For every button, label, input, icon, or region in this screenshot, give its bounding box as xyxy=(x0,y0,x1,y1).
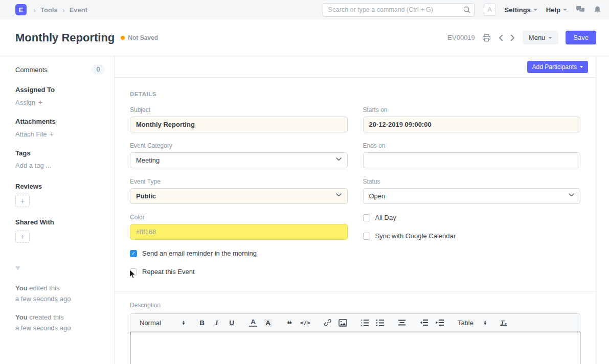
sidebar-item-comments[interactable]: Comments 0 xyxy=(15,64,105,75)
activity-edited: You edited this a few seconds ago xyxy=(15,283,105,305)
all-day-checkbox-row[interactable]: All Day xyxy=(363,214,581,221)
chevron-down-icon xyxy=(580,66,583,68)
comments-count-badge: 0 xyxy=(92,64,105,75)
color-input[interactable] xyxy=(130,224,348,240)
bell-icon[interactable] xyxy=(594,6,601,14)
ends-on-input[interactable] xyxy=(363,152,581,168)
chevron-right-icon: › xyxy=(62,6,65,14)
italic-button[interactable]: I xyxy=(213,318,221,327)
add-tag-button[interactable]: Add a tag ... xyxy=(15,162,105,169)
chevron-down-icon xyxy=(336,193,342,197)
plus-icon: + xyxy=(50,130,54,138)
field-event-type: Event Type Public xyxy=(130,178,348,204)
blockquote-button[interactable]: ❝ xyxy=(285,318,294,327)
attachments-title: Attachments xyxy=(15,118,105,125)
participants-bar: Add Participants xyxy=(115,56,596,78)
search-icon[interactable] xyxy=(463,6,471,14)
prev-doc-icon[interactable] xyxy=(498,34,503,41)
outdent-button[interactable] xyxy=(419,319,428,326)
header-actions: EV00019 Menu Save xyxy=(447,31,596,44)
bold-button[interactable]: B xyxy=(198,319,206,327)
text-style-picker[interactable]: Normal ▴▾ xyxy=(140,319,185,327)
field-event-category: Event Category Meeting xyxy=(130,142,348,168)
underline-button[interactable]: U xyxy=(228,319,236,327)
table-picker[interactable]: Table ▴▾ xyxy=(458,319,486,327)
not-saved-dot-icon xyxy=(121,36,125,40)
starts-on-input[interactable] xyxy=(363,117,581,132)
help-menu[interactable]: Help xyxy=(546,6,567,14)
user-avatar[interactable]: A xyxy=(484,4,496,16)
right-gutter xyxy=(596,56,609,364)
breadcrumb-event[interactable]: Event xyxy=(70,6,87,14)
clear-format-button[interactable]: Tₓ xyxy=(500,318,508,327)
status-select[interactable]: Open xyxy=(363,188,581,204)
checkbox-sync-google[interactable] xyxy=(363,233,370,240)
description-editor[interactable] xyxy=(130,332,580,364)
plus-icon: + xyxy=(20,233,25,241)
document-id: EV00019 xyxy=(447,34,475,41)
form-column-right: Starts on Ends on Status xyxy=(363,106,581,276)
search-input[interactable] xyxy=(323,3,475,17)
add-participants-button[interactable]: Add Participants xyxy=(527,61,588,73)
checkbox-repeat-event[interactable] xyxy=(130,268,137,276)
settings-menu[interactable]: Settings xyxy=(505,6,537,14)
page-header: Monthly Reporting Not Saved EV00019 Menu… xyxy=(0,19,609,56)
link-button[interactable] xyxy=(324,318,332,327)
checkbox-all-day[interactable] xyxy=(363,214,370,221)
navbar-right: A Settings Help xyxy=(484,4,601,16)
bullet-list-button[interactable] xyxy=(376,319,385,327)
plus-icon: + xyxy=(38,98,42,106)
sync-google-checkbox-row[interactable]: Sync with Google Calendar xyxy=(363,232,581,240)
event-category-select[interactable]: Meeting xyxy=(130,152,348,168)
add-review-button[interactable]: + xyxy=(15,195,30,207)
shared-with-title: Shared With xyxy=(15,218,105,226)
form-sidebar: Comments 0 Assigned To Assign + Attachme… xyxy=(0,56,114,364)
field-status: Status Open xyxy=(363,178,581,204)
chevron-right-icon: › xyxy=(33,6,36,14)
chevron-down-icon xyxy=(533,9,537,11)
next-doc-icon[interactable] xyxy=(510,34,515,41)
image-button[interactable] xyxy=(339,319,347,327)
updown-icon: ▴▾ xyxy=(183,320,185,325)
chevron-down-icon xyxy=(548,37,552,39)
field-starts-on: Starts on xyxy=(363,106,581,132)
status-badge: Not Saved xyxy=(121,34,158,41)
global-search xyxy=(323,3,475,17)
attach-file-button[interactable]: Attach File + xyxy=(15,130,105,138)
checkbox-email-reminder[interactable] xyxy=(130,250,137,257)
form-main: Add Participants DETAILS Subject Event C… xyxy=(114,56,596,364)
text-color-button[interactable]: A xyxy=(249,318,257,327)
form-column-left: Subject Event Category Meeting xyxy=(130,106,348,276)
field-color: Color xyxy=(130,214,348,240)
plus-icon: + xyxy=(20,197,25,205)
chevron-down-icon xyxy=(569,193,574,197)
menu-button[interactable]: Menu xyxy=(523,31,559,44)
section-title: DETAILS xyxy=(130,91,580,97)
subject-input[interactable] xyxy=(130,117,348,132)
repeat-event-checkbox-row[interactable]: Repeat this Event xyxy=(130,268,348,276)
breadcrumb-tools[interactable]: Tools xyxy=(40,6,58,14)
assign-button[interactable]: Assign + xyxy=(15,98,105,106)
activity-created: You created this a few seconds ago xyxy=(15,312,105,334)
event-type-select[interactable]: Public xyxy=(130,188,348,204)
highlight-button[interactable]: A xyxy=(264,319,272,327)
chat-icon[interactable] xyxy=(576,6,585,14)
ordered-list-button[interactable] xyxy=(360,319,369,327)
details-section: DETAILS Subject Event Category xyxy=(115,78,596,276)
assigned-to-title: Assigned To xyxy=(15,86,105,94)
field-subject: Subject xyxy=(130,106,348,132)
align-button[interactable] xyxy=(398,320,406,326)
print-icon[interactable] xyxy=(482,34,491,42)
navbar: E › Tools › Event A Settings Help xyxy=(0,0,609,19)
email-reminder-checkbox-row[interactable]: Send an email reminder in the morning xyxy=(130,249,348,257)
code-button[interactable]: </> xyxy=(300,320,310,326)
description-label: Description xyxy=(130,302,580,309)
add-share-button[interactable]: + xyxy=(15,231,30,243)
page-title: Monthly Reporting xyxy=(15,31,115,44)
like-heart-icon[interactable]: ♥ xyxy=(15,263,105,272)
save-button[interactable]: Save xyxy=(566,31,596,44)
app-logo[interactable]: E xyxy=(15,4,27,15)
chevron-down-icon xyxy=(336,157,342,161)
updown-icon: ▴▾ xyxy=(484,320,486,325)
indent-button[interactable] xyxy=(435,319,444,326)
